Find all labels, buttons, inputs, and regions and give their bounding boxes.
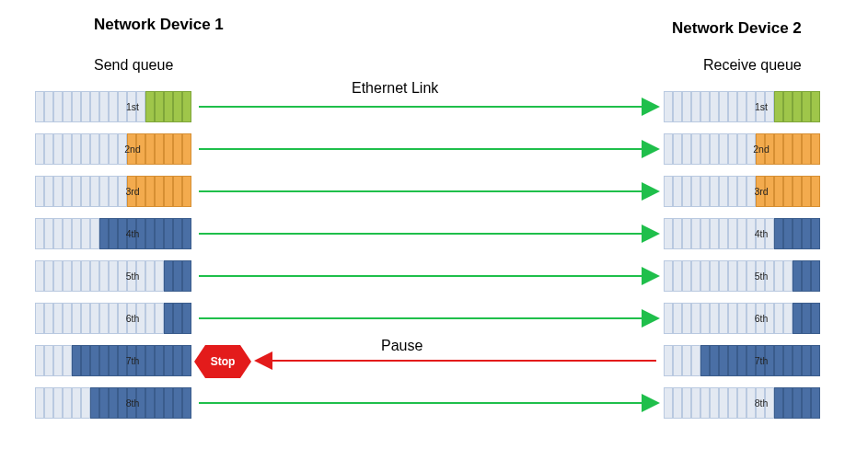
queue-cell [664, 218, 673, 249]
queue-cell [173, 218, 182, 249]
queue-row: 6th [664, 303, 820, 334]
recv-queue-label: Receive queue [703, 57, 802, 74]
queue-cell [145, 176, 155, 207]
queue-cell [155, 218, 164, 249]
queue-cell [155, 345, 164, 376]
queue-cell [673, 176, 682, 207]
queue-cell [802, 345, 811, 376]
queue-cell [700, 176, 710, 207]
queue-label: 3rd [125, 186, 139, 197]
queue-cell [35, 387, 44, 419]
queue-cell [811, 218, 820, 249]
queue-cell [737, 345, 746, 376]
send-queue-label: Send queue [94, 57, 173, 74]
queue-cell [81, 218, 90, 249]
queue-cell [164, 91, 173, 122]
send-queue-column: 1st2nd3rd4th5th6th7th8th [35, 91, 191, 419]
queue-label: 2nd [753, 144, 770, 155]
queue-cell [802, 91, 811, 122]
queue-cell [109, 303, 118, 334]
queue-cell [719, 345, 728, 376]
queue-label: 6th [126, 313, 140, 324]
queue-cell [53, 303, 63, 334]
queue-row: 3rd [664, 176, 820, 207]
queue-cell [72, 91, 81, 122]
queue-cell [811, 176, 820, 207]
queue-cell [774, 303, 783, 334]
queue-cell [35, 260, 44, 292]
stop-badge: Stop [194, 345, 251, 378]
queue-cell [664, 387, 673, 419]
queue-cell [173, 303, 182, 334]
queue-cell [81, 387, 90, 419]
queue-cell [783, 218, 793, 249]
queue-cell [710, 387, 719, 419]
queue-cell [682, 218, 691, 249]
queue-cell [155, 387, 164, 419]
queue-cell [164, 387, 173, 419]
queue-cell [811, 303, 820, 334]
queue-cell [182, 345, 191, 376]
queue-cell [44, 218, 53, 249]
queue-cell [719, 176, 728, 207]
queue-label: 7th [755, 355, 769, 366]
queue-cell [737, 176, 746, 207]
queue-cell [99, 303, 109, 334]
queue-cell [182, 303, 191, 334]
queue-cell [783, 387, 793, 419]
queue-label: 6th [755, 313, 769, 324]
queue-cell [793, 91, 802, 122]
queue-cell [802, 218, 811, 249]
queue-cell [802, 176, 811, 207]
queue-cell [99, 91, 109, 122]
queue-cell [72, 133, 81, 165]
queue-cell [173, 345, 182, 376]
queue-cell [793, 260, 802, 292]
queue-cell [728, 260, 737, 292]
queue-cell [811, 260, 820, 292]
queue-cell [719, 387, 728, 419]
queue-cell [700, 91, 710, 122]
queue-cell [81, 303, 90, 334]
queue-cell [710, 218, 719, 249]
queue-cell [793, 176, 802, 207]
queue-label: 1st [126, 101, 139, 112]
queue-cell [774, 176, 783, 207]
queue-cell [44, 176, 53, 207]
queue-row: 7th [664, 345, 820, 376]
queue-cell [99, 387, 109, 419]
queue-cell [802, 387, 811, 419]
queue-cell [155, 91, 164, 122]
queue-cell [737, 303, 746, 334]
pause-label: Pause [381, 338, 422, 354]
queue-cell [109, 218, 118, 249]
queue-cell [109, 345, 118, 376]
queue-cell [81, 133, 90, 165]
queue-cell [90, 133, 99, 165]
queue-cell [673, 260, 682, 292]
queue-cell [81, 176, 90, 207]
queue-cell [63, 133, 72, 165]
queue-cell [164, 303, 173, 334]
queue-cell [811, 91, 820, 122]
queue-cell [664, 91, 673, 122]
queue-cell [710, 260, 719, 292]
queue-cell [691, 387, 700, 419]
queue-cell [691, 218, 700, 249]
queue-cell [682, 387, 691, 419]
queue-cell [173, 387, 182, 419]
queue-cell [664, 303, 673, 334]
queue-cell [811, 133, 820, 165]
queue-cell [783, 345, 793, 376]
queue-label: 4th [755, 228, 769, 239]
queue-cell [63, 91, 72, 122]
queue-cell [728, 133, 737, 165]
queue-cell [682, 345, 691, 376]
queue-cell [691, 345, 700, 376]
queue-cell [182, 176, 191, 207]
queue-cell [793, 133, 802, 165]
queue-label: 3rd [754, 186, 768, 197]
queue-cell [774, 91, 783, 122]
queue-label: 5th [126, 271, 140, 282]
queue-cell [99, 260, 109, 292]
